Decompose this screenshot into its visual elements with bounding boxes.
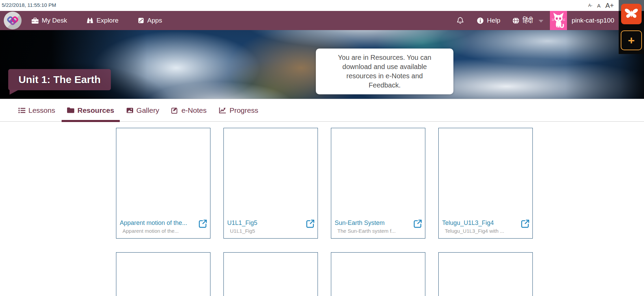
resource-subtitle: Apparent motion of the... (120, 228, 198, 234)
font-normal-button[interactable]: A (597, 3, 601, 9)
unit-title: Unit 1: The Earth (18, 74, 101, 85)
font-size-controls: A- A A+ (588, 0, 614, 11)
tab-label: Resources (77, 106, 114, 115)
resource-title-link[interactable]: Sun-Earth System (335, 219, 413, 227)
tab-enotes[interactable]: e-Notes (166, 99, 212, 122)
resource-subtitle: The Sun-Earth system f... (335, 228, 413, 234)
resource-title-link[interactable]: Telugu_U1L3_Fig4 (442, 219, 521, 227)
nav-item-apps[interactable]: Apps (138, 17, 162, 24)
app-logo[interactable] (4, 12, 22, 29)
nav-item-my-desk[interactable]: My Desk (31, 17, 67, 24)
help-label: Help (487, 17, 500, 24)
enotes-icon (171, 107, 178, 114)
external-link-icon (198, 219, 207, 228)
resource-card[interactable] (223, 252, 318, 296)
tab-progress[interactable]: Progress (213, 99, 264, 122)
list-icon (18, 107, 25, 113)
help-button[interactable]: Help (477, 17, 500, 24)
card-label: U1L1_Fig5 U1L1_Fig5 (224, 219, 318, 238)
resource-title-link[interactable]: Apparent motion of the... (120, 219, 198, 227)
tab-gallery[interactable]: Gallery (121, 99, 165, 122)
username[interactable]: pink-cat-sp100 (571, 17, 614, 24)
bell-icon (456, 16, 464, 25)
card-label: Telugu_U1L3_Fig4 Telugu_U1L3_Fig4 with .… (439, 219, 532, 238)
resource-card[interactable] (116, 252, 210, 296)
language-selector[interactable]: हिंदी (512, 16, 543, 25)
topbar: 5/22/2018, 11:55:10 PM A- A A+ (0, 0, 644, 11)
progress-icon (219, 107, 227, 114)
user-avatar[interactable] (550, 11, 567, 30)
resource-card[interactable]: Apparent motion of the... Apparent motio… (116, 128, 210, 239)
tab-resources[interactable]: Resources (62, 99, 119, 122)
card-label: Sun-Earth System The Sun-Earth system f.… (331, 219, 425, 238)
nav-item-label: Apps (147, 17, 162, 24)
font-decrease-button[interactable]: A- (588, 3, 592, 8)
tab-lessons[interactable]: Lessons (13, 99, 61, 122)
plus-icon: + (628, 35, 635, 46)
navbar: My Desk Explore Apps (0, 11, 644, 30)
tab-bar: Lessons Resources Gallery e-Notes Progre… (0, 99, 644, 122)
gallery-icon (126, 107, 133, 114)
resource-subtitle: Telugu_U1L3_Fig4 with ... (442, 228, 521, 234)
external-link-icon (306, 219, 315, 228)
tab-label: Progress (230, 106, 258, 115)
feedback-butterfly-button[interactable] (621, 4, 642, 24)
tab-label: Gallery (137, 106, 159, 115)
resource-card[interactable] (331, 252, 425, 296)
tab-label: e-Notes (181, 106, 207, 115)
chevron-down-icon (539, 20, 543, 23)
cat-avatar-icon (551, 12, 566, 29)
logo-icon (6, 14, 20, 27)
external-link-icon (521, 219, 530, 228)
resource-card[interactable] (438, 252, 533, 296)
globe-icon (512, 17, 519, 24)
resource-card[interactable]: U1L1_Fig5 U1L1_Fig5 (223, 128, 318, 239)
nav-item-label: Explore (96, 17, 118, 24)
apps-icon (138, 17, 144, 24)
notifications-button[interactable] (456, 16, 464, 25)
info-icon (477, 17, 484, 24)
folder-icon (67, 107, 74, 113)
nav-item-explore[interactable]: Explore (87, 17, 118, 24)
unit-title-banner: Unit 1: The Earth (8, 69, 111, 90)
briefcase-icon (31, 17, 39, 24)
resource-title-link[interactable]: U1L1_Fig5 (227, 219, 306, 227)
nav-right: Help हिंदी (456, 11, 614, 30)
resource-card[interactable]: Sun-Earth System The Sun-Earth system f.… (331, 128, 425, 239)
resource-subtitle: U1L1_Fig5 (227, 228, 306, 234)
hero-banner: Unit 1: The Earth You are in Resources. … (0, 30, 644, 99)
external-link-icon (413, 219, 422, 228)
resources-tooltip: You are in Resources. You can download a… (316, 49, 453, 94)
open-external-button[interactable] (198, 219, 207, 228)
timestamp: 5/22/2018, 11:55:10 PM (2, 2, 56, 8)
open-external-button[interactable] (306, 219, 315, 228)
tab-label: Lessons (28, 106, 55, 115)
butterfly-icon (623, 7, 639, 21)
open-external-button[interactable] (413, 219, 422, 228)
card-label: Apparent motion of the... Apparent motio… (116, 219, 210, 238)
language-label: हिंदी (523, 16, 533, 25)
nav-menu: My Desk Explore Apps (31, 11, 162, 30)
font-increase-button[interactable]: A+ (605, 2, 614, 10)
add-button[interactable]: + (621, 30, 642, 50)
nav-item-label: My Desk (42, 17, 67, 24)
binoculars-icon (87, 17, 93, 24)
side-panel: + (619, 0, 644, 54)
open-external-button[interactable] (521, 219, 530, 228)
resource-card[interactable]: Telugu_U1L3_Fig4 Telugu_U1L3_Fig4 with .… (438, 128, 533, 239)
